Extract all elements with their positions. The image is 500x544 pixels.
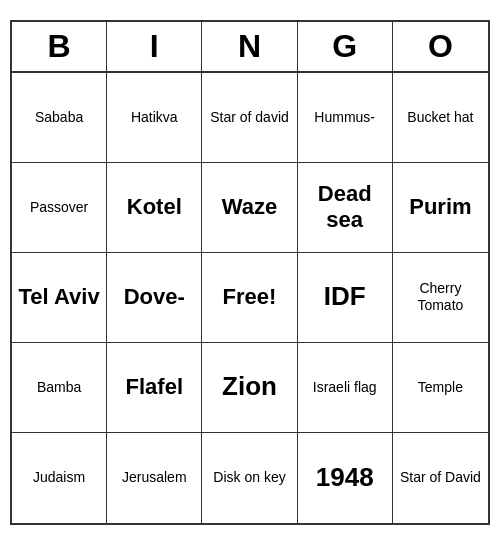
bingo-cell: Cherry Tomato bbox=[393, 253, 488, 343]
header-letter: O bbox=[393, 22, 488, 71]
header-letter: N bbox=[202, 22, 297, 71]
bingo-cell: Bucket hat bbox=[393, 73, 488, 163]
bingo-cell: Flafel bbox=[107, 343, 202, 433]
bingo-cell: Tel Aviv bbox=[12, 253, 107, 343]
bingo-cell: Judaism bbox=[12, 433, 107, 523]
bingo-cell: Hummus- bbox=[298, 73, 393, 163]
bingo-cell: Hatikva bbox=[107, 73, 202, 163]
bingo-cell: Waze bbox=[202, 163, 297, 253]
bingo-cell: Temple bbox=[393, 343, 488, 433]
bingo-cell: Purim bbox=[393, 163, 488, 253]
bingo-cell: Kotel bbox=[107, 163, 202, 253]
bingo-cell: Zion bbox=[202, 343, 297, 433]
bingo-cell: Star of david bbox=[202, 73, 297, 163]
bingo-cell: Sababa bbox=[12, 73, 107, 163]
header-letter: G bbox=[298, 22, 393, 71]
bingo-cell: Bamba bbox=[12, 343, 107, 433]
bingo-cell: Star of David bbox=[393, 433, 488, 523]
bingo-cell: Dove- bbox=[107, 253, 202, 343]
bingo-grid: SababaHatikvaStar of davidHummus-Bucket … bbox=[12, 73, 488, 523]
bingo-cell: Dead sea bbox=[298, 163, 393, 253]
header-letter: B bbox=[12, 22, 107, 71]
bingo-cell: 1948 bbox=[298, 433, 393, 523]
bingo-header: BINGO bbox=[12, 22, 488, 73]
bingo-cell: Free! bbox=[202, 253, 297, 343]
bingo-card: BINGO SababaHatikvaStar of davidHummus-B… bbox=[10, 20, 490, 525]
bingo-cell: Passover bbox=[12, 163, 107, 253]
bingo-cell: Jerusalem bbox=[107, 433, 202, 523]
bingo-cell: Disk on key bbox=[202, 433, 297, 523]
bingo-cell: Israeli flag bbox=[298, 343, 393, 433]
bingo-cell: IDF bbox=[298, 253, 393, 343]
header-letter: I bbox=[107, 22, 202, 71]
